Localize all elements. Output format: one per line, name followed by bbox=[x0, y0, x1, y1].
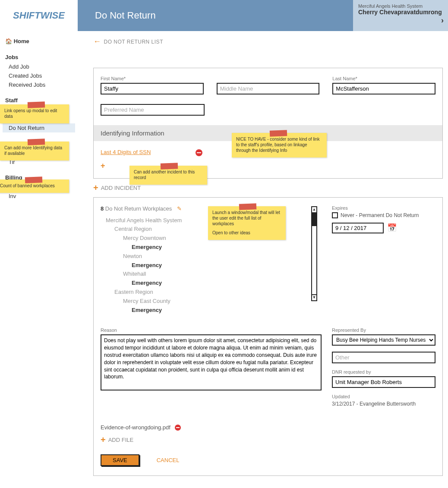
represented-select[interactable]: Busy Bee Helping Hands Temp Nurses bbox=[332, 334, 435, 346]
save-button[interactable]: SAVE bbox=[101, 454, 139, 466]
back-link[interactable]: ← DO NOT RETURN LIST bbox=[93, 37, 443, 46]
sticky-modal-link: Link opens up modal to edit data bbox=[0, 104, 69, 123]
other-input[interactable] bbox=[332, 352, 435, 363]
never-checkbox[interactable] bbox=[332, 212, 338, 218]
scroll-up-icon[interactable]: ▲ bbox=[312, 207, 316, 213]
nav-billing-2[interactable]: Inv bbox=[3, 192, 75, 201]
cancel-button[interactable]: CANCEL bbox=[157, 457, 180, 463]
org-name: Merciful Angels Health System bbox=[358, 3, 443, 9]
nav-jobs-header: Jobs bbox=[3, 52, 75, 62]
tree-node: Emergency bbox=[132, 279, 435, 288]
add-identifying-icon[interactable]: + bbox=[101, 161, 105, 170]
first-name-label: First Name* bbox=[101, 76, 204, 81]
nav-home[interactable]: 🏠 Home bbox=[3, 36, 75, 46]
tree-node: Whitehall bbox=[123, 270, 435, 279]
tree-node: Eastern Region bbox=[114, 288, 435, 297]
nav-do-not-return[interactable]: Do Not Return bbox=[3, 123, 75, 132]
edit-workplaces-icon[interactable]: ✎ bbox=[177, 205, 182, 212]
dnr-req-input[interactable] bbox=[332, 376, 435, 388]
nav-created-jobs[interactable]: Created Jobs bbox=[3, 71, 75, 80]
incident-panel: 8 Do Not Return Workplaces ✎ Merciful An… bbox=[93, 197, 443, 476]
tree-node: Emergency bbox=[132, 243, 435, 252]
represented-label: Represented By bbox=[332, 327, 435, 333]
scroll-thumb[interactable] bbox=[312, 213, 316, 226]
middle-name-input[interactable] bbox=[217, 83, 320, 94]
tree-node: Emergency bbox=[132, 306, 435, 315]
logo-area: SHIFTWISE bbox=[0, 0, 78, 31]
tree-node: Mercy East County bbox=[123, 297, 435, 306]
tree-node: Emergency bbox=[132, 261, 435, 270]
plus-icon: + bbox=[93, 183, 98, 193]
user-menu[interactable]: Merciful Angels Health System Cherry Che… bbox=[353, 0, 448, 31]
preferred-name-input[interactable] bbox=[101, 104, 205, 116]
logo-text: SHIFTWISE bbox=[13, 10, 65, 21]
first-name-input[interactable] bbox=[101, 83, 204, 94]
last-name-input[interactable] bbox=[332, 83, 435, 94]
file-name: Evidence-of-wrongdoing.pdf bbox=[101, 424, 170, 431]
scroll-down-icon[interactable]: ▼ bbox=[312, 294, 316, 300]
page-title: Do Not Return bbox=[95, 10, 156, 21]
calendar-icon[interactable]: 📅 bbox=[387, 223, 397, 233]
expires-label: Expires bbox=[332, 205, 435, 211]
nav-add-job[interactable]: Add Job bbox=[3, 62, 75, 71]
remove-file-icon[interactable] bbox=[175, 425, 181, 431]
title-bar: Do Not Return bbox=[78, 0, 353, 31]
reason-label: Reason bbox=[101, 327, 322, 333]
dnr-req-label: DNR requested by bbox=[332, 369, 435, 375]
expires-date-input[interactable] bbox=[332, 223, 384, 233]
name-panel: First Name* Middle Name Last Name* Ident… bbox=[93, 68, 443, 179]
sidebar: 🏠 Home Jobs Add Job Created Jobs Receive… bbox=[0, 31, 78, 485]
remove-ssn-icon[interactable] bbox=[196, 149, 202, 156]
updated-label: Updated bbox=[332, 394, 435, 399]
never-label: Never - Permanent Do Not Return bbox=[341, 212, 419, 218]
plus-icon: + bbox=[101, 435, 106, 445]
scrollbar[interactable]: ▲ ▼ bbox=[311, 206, 317, 301]
ssn-link[interactable]: Last 4 Digits of SSN bbox=[101, 149, 151, 155]
sticky-profile-link: NICE TO HAVE - consider some kind of lin… bbox=[232, 133, 327, 157]
reason-textarea[interactable] bbox=[101, 334, 322, 390]
add-file-link[interactable]: + ADD FILE bbox=[101, 435, 435, 445]
chevron-right-icon: › bbox=[441, 16, 444, 25]
sticky-add-identifying: Can add more Identifying data if availab… bbox=[0, 142, 69, 161]
last-name-label: Last Name* bbox=[332, 76, 435, 81]
sticky-edit-workplaces: Launch a window/modal that will let the … bbox=[208, 206, 286, 240]
user-name: Cherry Chevapravatdumrong bbox=[358, 9, 443, 16]
nav-received-jobs[interactable]: Received Jobs bbox=[3, 80, 75, 89]
updated-value: 3/12/2017 - Evangeline Buttersworth bbox=[332, 401, 435, 407]
sticky-count: Count of banned workplaces bbox=[0, 179, 69, 193]
arrow-left-icon: ← bbox=[93, 37, 101, 46]
sticky-add-incident: Can add another incident to this record bbox=[129, 166, 207, 185]
tree-node: Newton bbox=[123, 252, 435, 261]
